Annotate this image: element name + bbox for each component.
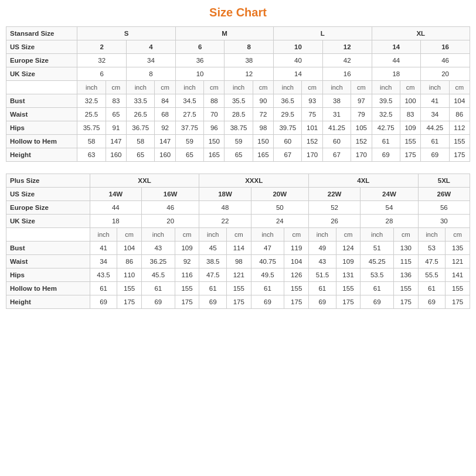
plus-data-cell: 141: [446, 268, 470, 282]
plus-row-label: Hips: [6, 268, 90, 282]
sub-header-cell: inch: [322, 81, 351, 94]
plus-data-cell: 38.5: [199, 255, 227, 268]
plus-data-cell: 175: [175, 295, 199, 309]
row-label: Hips: [6, 121, 77, 135]
sub-header-cell: inch: [225, 81, 253, 94]
data-cell: 36.75: [127, 121, 155, 135]
data-cell: 59: [225, 135, 253, 148]
data-cell: 37.75: [175, 121, 203, 135]
data-cell: 58: [77, 135, 106, 148]
data-cell: 152: [351, 135, 372, 148]
plus-uk-size-value: 28: [361, 215, 418, 228]
plus-uk-size-row: UK Size18202224262830: [6, 215, 470, 228]
data-cell: 65: [106, 108, 126, 121]
data-cell: 104: [449, 94, 470, 108]
uk-size-value: 16: [322, 67, 372, 81]
us-size-value: 12: [322, 40, 372, 54]
sub-header-cell: inch: [421, 81, 449, 94]
us-size-row: US Size246810121416: [6, 40, 470, 54]
data-cell: 93: [302, 94, 322, 108]
data-row: Hollow to Hem581475814759150591506015260…: [6, 135, 470, 148]
data-cell: 31: [322, 108, 351, 121]
data-cell: 175: [449, 148, 470, 162]
plus-us-size-row: US Size14W16W18W20W22W24W26W: [6, 188, 470, 201]
data-cell: 34: [421, 108, 449, 121]
plus-uk-size-value: 30: [418, 215, 470, 228]
data-cell: 38: [322, 94, 351, 108]
plus-data-cell: 130: [394, 242, 419, 255]
plus-europe-size-value: 50: [251, 201, 308, 215]
data-row: Hips35.759136.759237.759638.759839.75101…: [6, 121, 470, 135]
plus-sub-header-cell: cm: [117, 228, 142, 242]
plus-table-body: US Size14W16W18W20W22W24W26WEurope Size4…: [6, 188, 470, 309]
data-cell: 60: [274, 135, 302, 148]
data-cell: 59: [175, 135, 203, 148]
plus-us-size-value: 24W: [361, 188, 418, 201]
data-cell: 36.5: [274, 94, 302, 108]
plus-row-label: Waist: [6, 255, 90, 268]
data-cell: 61: [421, 135, 449, 148]
sub-header-cell: inch: [77, 81, 106, 94]
plus-data-cell: 175: [284, 295, 309, 309]
plus-table-wrapper: Plus Size XXL XXXL 4XL 5XL US Size14W16W…: [6, 174, 470, 309]
plus-sub-header-cell: inch: [361, 228, 394, 242]
plus-data-cell: 51: [361, 242, 394, 255]
data-cell: 65: [127, 148, 155, 162]
data-cell: 98: [253, 121, 273, 135]
data-cell: 92: [155, 121, 175, 135]
plus-row-label: Hollow to Hem: [6, 282, 90, 295]
plus-data-cell: 115: [394, 255, 419, 268]
plus-data-cell: 69: [361, 295, 394, 309]
plus-data-cell: 126: [284, 268, 309, 282]
standard-table-wrapper: Stansard Size S M L XL US Size2468101214…: [6, 26, 470, 162]
uk-size-value: 14: [274, 67, 323, 81]
data-cell: 63: [77, 148, 106, 162]
group-4xl: 4XL: [309, 174, 419, 188]
sub-header-cell: cm: [253, 81, 273, 94]
plus-data-cell: 86: [117, 255, 142, 268]
plus-sub-header-row: inchcminchcminchcminchcminchcminchcminch…: [6, 228, 470, 242]
plus-data-cell: 155: [227, 282, 251, 295]
data-cell: 68: [155, 108, 175, 121]
us-size-value: 2: [77, 40, 127, 54]
data-cell: 42.75: [372, 121, 400, 135]
plus-us-size-value: 18W: [199, 188, 251, 201]
plus-data-cell: 155: [117, 282, 142, 295]
plus-data-cell: 53.5: [361, 268, 394, 282]
data-cell: 27.5: [175, 108, 203, 121]
plus-data-cell: 104: [117, 242, 142, 255]
plus-row-label: Bust: [6, 242, 90, 255]
plus-data-cell: 43: [141, 242, 175, 255]
data-cell: 25.5: [77, 108, 106, 121]
sub-header-cell: cm: [351, 81, 372, 94]
plus-uk-size-value: 24: [251, 215, 308, 228]
plus-europe-size-value: 52: [309, 201, 361, 215]
data-cell: 38.75: [225, 121, 253, 135]
plus-data-cell: 124: [336, 242, 361, 255]
plus-data-cell: 43: [309, 255, 336, 268]
plus-data-cell: 136: [394, 268, 419, 282]
plus-data-cell: 69: [90, 295, 117, 309]
standard-size-table: Stansard Size S M L XL US Size2468101214…: [6, 26, 470, 162]
plus-uk-size-value: 26: [309, 215, 361, 228]
data-cell: 32.5: [372, 108, 400, 121]
plus-sub-header-cell: cm: [227, 228, 251, 242]
group-m: M: [175, 27, 273, 40]
uk-size-value: 10: [175, 67, 225, 81]
plus-sub-header-cell: cm: [394, 228, 419, 242]
data-cell: 41.25: [322, 121, 351, 135]
plus-us-size-value: 20W: [251, 188, 308, 201]
europe-size-value: 46: [421, 54, 470, 67]
data-cell: 109: [400, 121, 420, 135]
data-cell: 83: [400, 108, 420, 121]
sub-header-cell: cm: [302, 81, 322, 94]
uk-size-row: UK Size68101214161820: [6, 67, 470, 81]
plus-data-cell: 155: [336, 282, 361, 295]
data-cell: 29.5: [274, 108, 302, 121]
data-cell: 28.5: [225, 108, 253, 121]
plus-data-cell: 34: [90, 255, 117, 268]
sub-header-cell: cm: [106, 81, 126, 94]
group-s: S: [77, 27, 175, 40]
plus-size-table: Plus Size XXL XXXL 4XL 5XL US Size14W16W…: [6, 174, 470, 309]
sub-header-cell: inch: [175, 81, 203, 94]
